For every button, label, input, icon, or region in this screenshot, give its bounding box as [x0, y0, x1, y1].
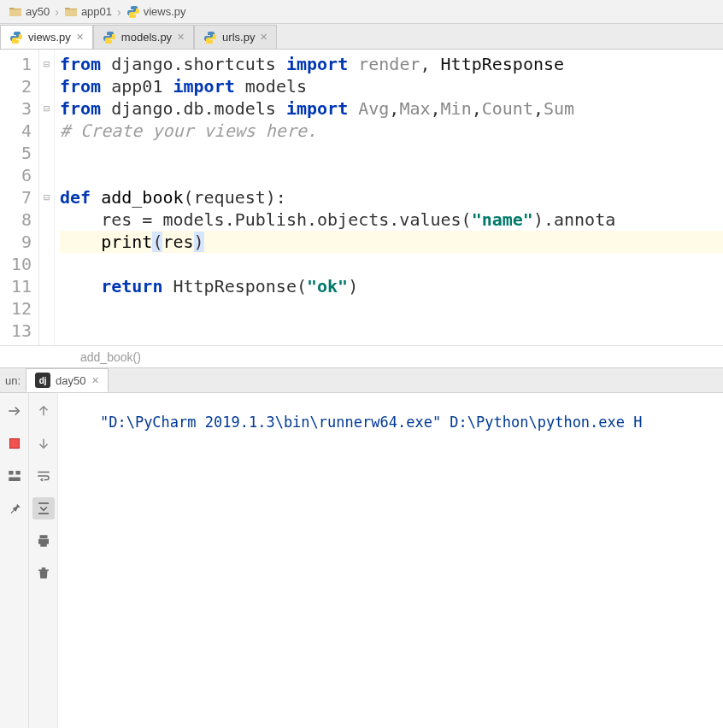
line-number: 5 — [0, 142, 32, 164]
code-line[interactable]: from django.shortcuts import render, Htt… — [60, 53, 723, 75]
code-line[interactable]: return HttpResponse("ok") — [60, 275, 723, 297]
breadcrumb-label: ay50 — [26, 5, 50, 18]
console-output[interactable]: "D:\PyCharm 2019.1.3\bin\runnerw64.exe" … — [58, 393, 723, 728]
svg-rect-2 — [9, 478, 21, 482]
context-function: add_book() — [80, 350, 141, 364]
soft-wrap-button[interactable] — [32, 465, 55, 487]
breadcrumb-sep: › — [55, 5, 59, 19]
code-line[interactable]: res = models.Publish.objects.values("nam… — [60, 208, 723, 231]
code-area[interactable]: from django.shortcuts import render, Htt… — [55, 50, 723, 345]
breadcrumb-item[interactable]: ay50 — [5, 5, 53, 19]
code-line[interactable] — [60, 164, 723, 186]
stop-button[interactable] — [3, 432, 26, 455]
close-icon[interactable]: ✕ — [177, 32, 185, 43]
line-number: 4 — [0, 120, 32, 142]
python-icon — [203, 31, 217, 44]
code-line[interactable] — [60, 297, 723, 320]
line-number: 6 — [0, 164, 32, 186]
scroll-to-end-button[interactable] — [32, 497, 55, 520]
breadcrumb-item[interactable]: app01 — [61, 5, 115, 19]
folder-icon — [64, 5, 78, 19]
line-number: 13 — [0, 320, 32, 342]
code-line[interactable] — [60, 142, 723, 164]
folder-icon — [9, 5, 22, 19]
code-line[interactable]: def add_book(request): — [60, 186, 723, 208]
tab-label: views.py — [28, 31, 71, 44]
tab-views[interactable]: views.py ✕ — [0, 25, 93, 49]
pin-button[interactable] — [3, 497, 26, 520]
breadcrumb: ay50 › app01 › views.py — [0, 0, 723, 24]
svg-rect-0 — [9, 471, 13, 475]
line-number: 8 — [0, 208, 32, 231]
fold-marker[interactable]: ⊟ — [44, 97, 50, 120]
fold-marker[interactable]: ⊟ — [44, 53, 50, 75]
run-panel: "D:\PyCharm 2019.1.3\bin\runnerw64.exe" … — [0, 393, 723, 728]
code-line[interactable] — [60, 253, 723, 275]
tab-models[interactable]: models.py ✕ — [93, 25, 194, 49]
editor-tabs: views.py ✕ models.py ✕ urls.py ✕ — [0, 24, 723, 50]
python-icon — [9, 31, 23, 44]
breadcrumb-sep: › — [117, 5, 121, 19]
fold-marker[interactable]: ⊟ — [44, 186, 50, 208]
rerun-button[interactable] — [3, 400, 26, 422]
console-line: "D:\PyCharm 2019.1.3\bin\runnerw64.exe" … — [100, 414, 643, 431]
run-config-label: day50 — [56, 374, 85, 387]
code-line[interactable]: # Create your views here. — [60, 120, 723, 142]
breadcrumb-label: views.py — [144, 5, 186, 18]
trash-button[interactable] — [32, 562, 55, 584]
run-toolbar-right — [29, 393, 58, 728]
code-line[interactable]: from django.db.models import Avg,Max,Min… — [60, 97, 723, 120]
line-number-gutter: 12345678910111213 — [0, 50, 39, 345]
context-bar: add_book() — [0, 345, 723, 367]
django-icon: dj — [35, 373, 50, 388]
breadcrumb-item[interactable]: views.py — [123, 5, 190, 19]
scroll-up-button[interactable] — [32, 400, 55, 422]
breadcrumb-label: app01 — [81, 5, 112, 18]
svg-rect-1 — [15, 471, 20, 475]
run-config-tab[interactable]: dj day50 ✕ — [26, 368, 108, 392]
close-icon[interactable]: ✕ — [260, 32, 267, 43]
run-panel-label: un: — [0, 374, 26, 387]
code-line[interactable]: print(res) — [60, 231, 723, 253]
python-icon — [103, 31, 116, 44]
line-number: 9 — [0, 231, 32, 253]
tab-urls[interactable]: urls.py ✕ — [194, 25, 277, 49]
line-number: 7 — [0, 186, 32, 208]
line-number: 10 — [0, 253, 32, 275]
close-icon[interactable]: ✕ — [76, 32, 84, 43]
line-number: 3 — [0, 97, 32, 120]
print-button[interactable] — [32, 530, 55, 552]
fold-column[interactable]: ⊟⊟⊟ — [39, 50, 55, 345]
run-toolbar-left — [0, 393, 29, 728]
scroll-down-button[interactable] — [32, 432, 55, 455]
run-panel-header: un: dj day50 ✕ — [0, 367, 723, 393]
code-line[interactable] — [60, 320, 723, 342]
layout-button[interactable] — [3, 465, 26, 487]
python-icon — [126, 5, 140, 19]
tab-label: urls.py — [222, 31, 255, 44]
code-editor[interactable]: 12345678910111213 ⊟⊟⊟ from django.shortc… — [0, 50, 723, 345]
tab-label: models.py — [121, 31, 172, 44]
code-line[interactable]: from app01 import models — [60, 75, 723, 97]
line-number: 11 — [0, 275, 32, 297]
line-number: 1 — [0, 53, 32, 75]
close-icon[interactable]: ✕ — [91, 375, 99, 386]
line-number: 2 — [0, 75, 32, 97]
line-number: 12 — [0, 297, 32, 320]
